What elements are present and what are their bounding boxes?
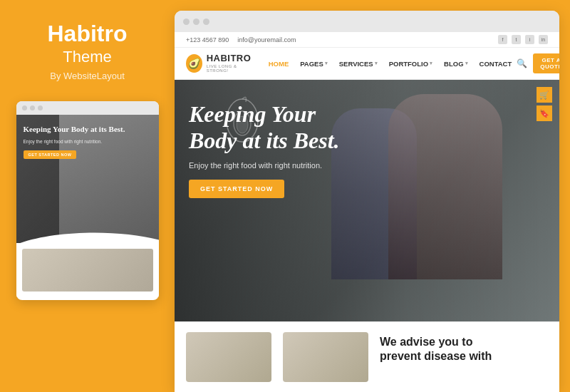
navbar-logo[interactable]: 🥑 HABITRO LIVE LONG & STRONG!	[186, 53, 254, 73]
navbar-actions: 🔍 GET A QUOTE	[517, 53, 559, 73]
hero-subtext: Enjoy the right food with right nutritio…	[189, 161, 545, 170]
brand-title: Habitro	[48, 21, 128, 46]
mini-dot-1	[22, 105, 27, 110]
bottom-heading-line1: We advise you to	[380, 336, 472, 348]
get-quote-button[interactable]: GET A QUOTE	[533, 53, 559, 73]
hero-cta-button[interactable]: GET STARTED NOW	[189, 180, 284, 198]
nav-item-contact[interactable]: CONTACT	[475, 57, 517, 71]
portfolio-arrow-icon: ▾	[430, 61, 432, 66]
hero-heading: Keeping Your Body at its Best.	[189, 101, 431, 154]
instagram-icon[interactable]: i	[525, 35, 534, 44]
mini-browser-preview: Keeping Your Body at its Best. Enjoy the…	[16, 101, 159, 300]
brand-subtitle: Theme	[63, 48, 111, 66]
logo-tagline: LIVE LONG & STRONG!	[207, 64, 254, 73]
mini-hero-text: Keeping Your Body at its Best. Enjoy the…	[16, 115, 159, 159]
services-arrow-icon: ▾	[375, 61, 378, 66]
mini-browser-content: Keeping Your Body at its Best. Enjoy the…	[16, 115, 159, 300]
left-panel: Habitro Theme By WebsiteLayout Keeping Y…	[0, 0, 175, 392]
logo-text-wrap: HABITRO LIVE LONG & STRONG!	[207, 53, 254, 73]
mini-wave-divider	[16, 229, 159, 243]
nav-item-blog[interactable]: BLOG ▾	[439, 57, 472, 71]
mini-dot-3	[38, 105, 43, 110]
bottom-heading-line2: prevent disease with	[380, 350, 492, 362]
cart-icon-group: 🛒 🔖	[537, 87, 552, 121]
bottom-heading: We advise you to prevent disease with	[380, 335, 548, 363]
mini-dot-2	[30, 105, 35, 110]
mini-cta-button[interactable]: GET STARTED NOW	[24, 150, 77, 159]
browser-chrome-bar	[175, 11, 559, 32]
hero-section: 🛒 🔖 Keeping Your Body at its Best. Enjoy…	[175, 80, 559, 321]
mini-hero-heading: Keeping Your Body at its Best.	[24, 125, 152, 135]
hero-heading-line1: Keeping Your	[189, 101, 316, 127]
nav-item-portfolio[interactable]: PORTFOLIO ▾	[384, 57, 437, 71]
browser-dot-1	[183, 19, 190, 25]
bottom-text-block: We advise you to prevent disease with	[380, 332, 548, 382]
right-browser-panel: +123 4567 890 info@youremail.com f t i i…	[175, 11, 559, 392]
nav-item-pages[interactable]: PAGES ▾	[295, 57, 333, 71]
nav-item-home[interactable]: HOME	[264, 57, 294, 71]
logo-name: HABITRO	[207, 53, 254, 63]
blog-arrow-icon: ▾	[465, 61, 468, 66]
mini-bottom-image	[22, 249, 153, 292]
mini-browser-bar	[16, 101, 159, 115]
nav-items: HOME PAGES ▾ SERVICES ▾ PORTFOLIO ▾ BLOG…	[264, 57, 517, 71]
logo-emoji: 🥑	[188, 58, 200, 69]
mini-hero-section: Keeping Your Body at its Best. Enjoy the…	[16, 115, 159, 243]
topbar-social-icons: f t i in	[498, 35, 548, 44]
shopping-cart-icon[interactable]: 🛒	[537, 87, 552, 103]
topbar-left: +123 4567 890 info@youremail.com	[186, 36, 296, 43]
facebook-icon[interactable]: f	[498, 35, 507, 44]
linkedin-icon[interactable]: in	[539, 35, 548, 44]
mini-hero-subtext: Enjoy the right food with right nutritio…	[24, 138, 152, 145]
bottom-thumbnail-1	[186, 332, 271, 382]
site-topbar: +123 4567 890 info@youremail.com f t i i…	[175, 32, 559, 48]
bottom-thumbnail-2	[283, 332, 368, 382]
nav-item-services[interactable]: SERVICES ▾	[334, 57, 383, 71]
mini-bottom-section	[16, 243, 159, 297]
topbar-email: info@youremail.com	[237, 36, 296, 43]
browser-dot-3	[203, 19, 209, 25]
logo-icon: 🥑	[186, 54, 202, 73]
brand-by: By WebsiteLayout	[50, 71, 125, 81]
pages-arrow-icon: ▾	[325, 61, 328, 66]
bottom-section: We advise you to prevent disease with	[175, 321, 559, 392]
bookmark-icon[interactable]: 🔖	[537, 105, 552, 121]
hero-content: Keeping Your Body at its Best. Enjoy the…	[175, 80, 559, 220]
browser-dot-2	[193, 19, 200, 25]
site-navbar: 🥑 HABITRO LIVE LONG & STRONG! HOME PAGES…	[175, 48, 559, 80]
search-icon[interactable]: 🔍	[517, 58, 527, 68]
hero-heading-line2: Body at its Best.	[189, 128, 340, 153]
topbar-phone: +123 4567 890	[186, 36, 229, 43]
twitter-icon[interactable]: t	[512, 35, 521, 44]
